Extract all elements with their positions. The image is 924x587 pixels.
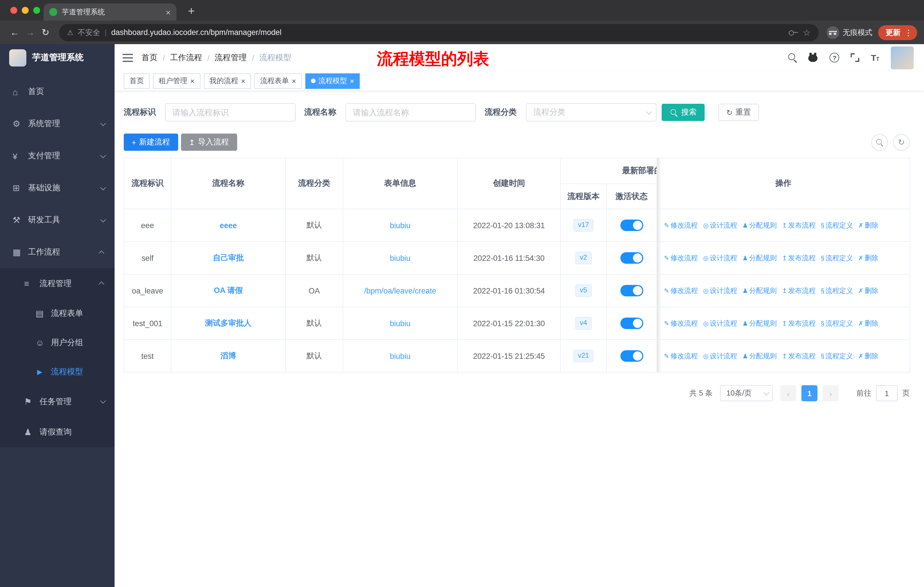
bookmark-star-icon[interactable]: ☆ (803, 27, 810, 38)
breadcrumb-item[interactable]: 首页 (142, 53, 158, 63)
tag-process-model[interactable]: 流程模型× (305, 73, 360, 89)
toolbar-refresh-button[interactable]: ↻ (893, 134, 910, 150)
import-process-button[interactable]: ↥ 导入流程 (181, 134, 237, 151)
op-definition-link[interactable]: §流程定义 (821, 221, 853, 229)
update-button[interactable]: 更新 ⋮ (878, 25, 917, 40)
back-icon[interactable]: ← (7, 27, 22, 38)
close-window-button[interactable] (10, 7, 17, 14)
process-name-link[interactable]: eeee (220, 221, 237, 230)
op-assign-link[interactable]: ♟分配规则 (742, 221, 777, 229)
form-info-link[interactable]: biubiu (390, 254, 411, 262)
op-edit-link[interactable]: ✎修改流程 (664, 221, 698, 229)
op-assign-link[interactable]: ♟分配规则 (742, 319, 777, 327)
op-definition-link[interactable]: §流程定义 (821, 352, 853, 360)
sidebar-item-home[interactable]: ⌂首页 (0, 76, 115, 108)
op-delete-link[interactable]: ✗删除 (858, 221, 878, 229)
breadcrumb-item[interactable]: 工作流程 (170, 53, 202, 63)
sidebar-item-payment-management[interactable]: ¥支付管理 (0, 140, 115, 172)
process-name-link[interactable]: OA 请假 (214, 286, 243, 294)
sidebar-item-process-management[interactable]: ≡流程管理 (0, 268, 115, 299)
browser-menu-dots-icon[interactable]: ⋮ (904, 28, 912, 37)
op-delete-link[interactable]: ✗删除 (858, 319, 878, 327)
new-tab-button[interactable]: + (183, 3, 200, 19)
close-icon[interactable]: × (350, 77, 354, 84)
op-design-link[interactable]: ◎设计流程 (703, 352, 737, 360)
next-page-button[interactable]: › (823, 385, 839, 401)
tab-close-icon[interactable]: × (165, 7, 171, 17)
url-text[interactable]: dashboard.yudao.iocoder.cn/bpm/manager/m… (111, 28, 784, 37)
active-toggle[interactable] (620, 220, 643, 231)
process-name-link[interactable]: 测试多审批人 (205, 319, 251, 327)
tag-process-form[interactable]: 流程表单× (254, 73, 302, 89)
minimize-window-button[interactable] (22, 7, 29, 14)
prev-page-button[interactable]: ‹ (780, 385, 796, 401)
form-info-link[interactable]: biubiu (390, 352, 411, 360)
reset-button[interactable]: ↻ 重置 (718, 104, 759, 121)
page-size-select[interactable]: 10条/页 (720, 385, 773, 401)
op-delete-link[interactable]: ✗删除 (858, 286, 878, 294)
sidebar-item-workflow[interactable]: ▦工作流程 (0, 236, 115, 268)
op-definition-link[interactable]: §流程定义 (821, 319, 853, 327)
op-edit-link[interactable]: ✎修改流程 (664, 352, 698, 360)
op-definition-link[interactable]: §流程定义 (821, 254, 853, 262)
active-toggle[interactable] (620, 252, 643, 264)
sidebar-item-system-management[interactable]: ⚙系统管理 (0, 108, 115, 140)
op-deploy-link[interactable]: ↥发布流程 (782, 221, 815, 229)
op-delete-link[interactable]: ✗删除 (858, 254, 878, 262)
user-avatar[interactable] (891, 46, 914, 69)
process-name-link[interactable]: 自己审批 (213, 253, 244, 262)
zoom-window-button[interactable] (33, 7, 40, 14)
close-icon[interactable]: × (241, 77, 245, 84)
fullscreen-icon[interactable] (851, 53, 860, 62)
category-select[interactable]: 流程分类 (526, 103, 657, 122)
address-bar[interactable]: ⚠ 不安全 | dashboard.yudao.iocoder.cn/bpm/m… (59, 24, 818, 41)
sidebar-item-user-group[interactable]: ☺用户分组 (0, 328, 115, 357)
op-definition-link[interactable]: §流程定义 (821, 286, 853, 294)
close-icon[interactable]: × (292, 77, 296, 84)
close-icon[interactable]: × (190, 77, 195, 84)
active-toggle[interactable] (620, 317, 643, 329)
op-design-link[interactable]: ◎设计流程 (703, 286, 737, 294)
op-assign-link[interactable]: ♟分配规则 (742, 352, 777, 360)
hamburger-menu-icon[interactable] (122, 54, 133, 62)
op-deploy-link[interactable]: ↥发布流程 (782, 352, 815, 360)
op-edit-link[interactable]: ✎修改流程 (664, 254, 698, 262)
sidebar-item-infrastructure[interactable]: ⊞基础设施 (0, 172, 115, 204)
op-deploy-link[interactable]: ↥发布流程 (782, 319, 815, 327)
help-icon[interactable]: ? (830, 53, 840, 63)
search-icon[interactable] (789, 53, 797, 62)
active-toggle[interactable] (620, 285, 643, 296)
create-process-button[interactable]: + 新建流程 (124, 134, 178, 151)
process-name-link[interactable]: 滔博 (221, 351, 236, 360)
tag-home[interactable]: 首页 (124, 73, 150, 89)
browser-tab[interactable]: 芋道管理系统 × (43, 3, 177, 21)
font-size-icon[interactable]: TT (871, 53, 879, 62)
sidebar-item-process-form[interactable]: ▤流程表单 (0, 299, 115, 328)
sidebar-logo[interactable]: 芋道管理系统 (0, 44, 115, 71)
op-design-link[interactable]: ◎设计流程 (703, 221, 737, 229)
process-name-input[interactable] (345, 103, 476, 122)
op-edit-link[interactable]: ✎修改流程 (664, 319, 698, 327)
tag-my-process[interactable]: 我的流程× (204, 73, 251, 89)
goto-page-input[interactable] (876, 385, 898, 401)
sidebar-item-process-model[interactable]: ►流程模型 (0, 357, 115, 386)
breadcrumb-item[interactable]: 流程管理 (215, 53, 247, 63)
current-page-button[interactable]: 1 (802, 385, 817, 401)
form-info-link[interactable]: biubiu (390, 221, 411, 230)
toolbar-search-button[interactable] (871, 134, 888, 150)
form-info-link[interactable]: /bpm/oa/leave/create (364, 286, 436, 295)
active-toggle[interactable] (620, 350, 643, 362)
sidebar-item-task-management[interactable]: ⚑任务管理 (0, 386, 115, 417)
op-deploy-link[interactable]: ↥发布流程 (782, 254, 815, 262)
process-key-input[interactable] (165, 103, 295, 122)
op-deploy-link[interactable]: ↥发布流程 (782, 286, 815, 294)
search-button[interactable]: 搜索 (662, 104, 705, 121)
op-edit-link[interactable]: ✎修改流程 (664, 286, 698, 294)
github-icon[interactable] (808, 53, 818, 63)
forward-icon[interactable]: → (22, 27, 38, 38)
op-design-link[interactable]: ◎设计流程 (703, 254, 737, 262)
op-delete-link[interactable]: ✗删除 (858, 352, 878, 360)
form-info-link[interactable]: biubiu (390, 319, 411, 327)
op-design-link[interactable]: ◎设计流程 (703, 319, 737, 327)
sidebar-item-leave-query[interactable]: ♟请假查询 (0, 417, 115, 447)
